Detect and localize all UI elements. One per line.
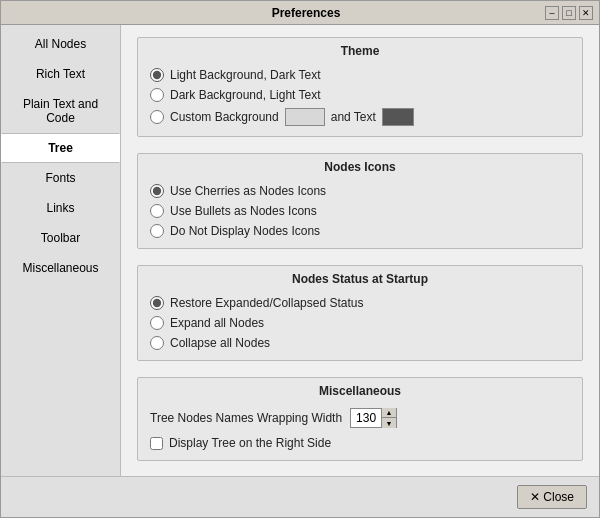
nodes-icons-option-2-row: Use Bullets as Nodes Icons (150, 204, 570, 218)
text-color-swatch[interactable] (382, 108, 414, 126)
cherries-radio[interactable] (150, 184, 164, 198)
sidebar-item-links[interactable]: Links (1, 193, 120, 223)
bullets-label: Use Bullets as Nodes Icons (170, 204, 317, 218)
expand-all-radio[interactable] (150, 316, 164, 330)
spinbox-down-button[interactable]: ▼ (382, 418, 396, 428)
main-content: All Nodes Rich Text Plain Text and Code … (1, 25, 599, 476)
theme-section-title: Theme (138, 38, 582, 62)
sidebar-item-tree[interactable]: Tree (1, 133, 120, 163)
right-side-label: Display Tree on the Right Side (169, 436, 331, 450)
sidebar: All Nodes Rich Text Plain Text and Code … (1, 25, 121, 476)
misc-body: Tree Nodes Names Wrapping Width 130 ▲ ▼ … (138, 402, 582, 460)
status-option-2-row: Expand all Nodes (150, 316, 570, 330)
theme-option-1-row: Light Background, Dark Text (150, 68, 570, 82)
theme-option-2-row: Dark Background, Light Text (150, 88, 570, 102)
nodes-icons-title: Nodes Icons (138, 154, 582, 178)
sidebar-item-all-nodes[interactable]: All Nodes (1, 29, 120, 59)
maximize-button[interactable]: □ (562, 6, 576, 20)
collapse-all-radio[interactable] (150, 336, 164, 350)
nodes-icons-body: Use Cherries as Nodes Icons Use Bullets … (138, 178, 582, 248)
titlebar: Preferences – □ ✕ (1, 1, 599, 25)
sidebar-item-plain-text[interactable]: Plain Text and Code (1, 89, 120, 133)
close-window-button[interactable]: ✕ (579, 6, 593, 20)
nodes-status-section: Nodes Status at Startup Restore Expanded… (137, 265, 583, 361)
titlebar-buttons: – □ ✕ (545, 6, 593, 20)
footer: ✕ Close (1, 476, 599, 517)
wrapping-spinbox[interactable]: 130 ▲ ▼ (350, 408, 397, 428)
close-button[interactable]: ✕ Close (517, 485, 587, 509)
spinbox-arrows: ▲ ▼ (381, 408, 396, 428)
nodes-icons-section: Nodes Icons Use Cherries as Nodes Icons … (137, 153, 583, 249)
and-text-label: and Text (331, 110, 376, 124)
theme-option-3-row: Custom Background and Text (150, 108, 570, 126)
theme-light-label: Light Background, Dark Text (170, 68, 321, 82)
theme-custom-label: Custom Background (170, 110, 279, 124)
nodes-icons-option-1-row: Use Cherries as Nodes Icons (150, 184, 570, 198)
restore-status-label: Restore Expanded/Collapsed Status (170, 296, 363, 310)
window-title: Preferences (67, 6, 545, 20)
wrapping-row: Tree Nodes Names Wrapping Width 130 ▲ ▼ (150, 408, 570, 428)
spinbox-up-button[interactable]: ▲ (382, 408, 396, 418)
theme-section-body: Light Background, Dark Text Dark Backgro… (138, 62, 582, 136)
restore-status-radio[interactable] (150, 296, 164, 310)
nodes-status-body: Restore Expanded/Collapsed Status Expand… (138, 290, 582, 360)
theme-light-radio[interactable] (150, 68, 164, 82)
sidebar-item-fonts[interactable]: Fonts (1, 163, 120, 193)
sidebar-item-rich-text[interactable]: Rich Text (1, 59, 120, 89)
expand-all-label: Expand all Nodes (170, 316, 264, 330)
wrapping-label: Tree Nodes Names Wrapping Width (150, 411, 342, 425)
sidebar-item-miscellaneous[interactable]: Miscellaneous (1, 253, 120, 283)
no-icons-radio[interactable] (150, 224, 164, 238)
status-option-3-row: Collapse all Nodes (150, 336, 570, 350)
theme-section: Theme Light Background, Dark Text Dark B… (137, 37, 583, 137)
wrapping-value: 130 (351, 411, 381, 425)
nodes-icons-option-3-row: Do Not Display Nodes Icons (150, 224, 570, 238)
right-side-row: Display Tree on the Right Side (150, 436, 570, 450)
misc-title: Miscellaneous (138, 378, 582, 402)
sidebar-item-toolbar[interactable]: Toolbar (1, 223, 120, 253)
theme-custom-radio[interactable] (150, 110, 164, 124)
right-side-checkbox[interactable] (150, 437, 163, 450)
no-icons-label: Do Not Display Nodes Icons (170, 224, 320, 238)
status-option-1-row: Restore Expanded/Collapsed Status (150, 296, 570, 310)
bullets-radio[interactable] (150, 204, 164, 218)
theme-dark-radio[interactable] (150, 88, 164, 102)
content-area: Theme Light Background, Dark Text Dark B… (121, 25, 599, 476)
minimize-button[interactable]: – (545, 6, 559, 20)
bg-color-swatch[interactable] (285, 108, 325, 126)
collapse-all-label: Collapse all Nodes (170, 336, 270, 350)
preferences-window: Preferences – □ ✕ All Nodes Rich Text Pl… (0, 0, 600, 518)
theme-dark-label: Dark Background, Light Text (170, 88, 321, 102)
cherries-label: Use Cherries as Nodes Icons (170, 184, 326, 198)
misc-section: Miscellaneous Tree Nodes Names Wrapping … (137, 377, 583, 461)
nodes-status-title: Nodes Status at Startup (138, 266, 582, 290)
